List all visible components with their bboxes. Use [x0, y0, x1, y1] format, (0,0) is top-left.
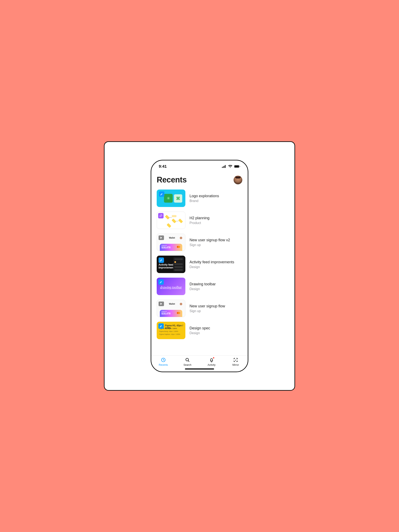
thumbnail-caption: drawing toolbar	[157, 285, 185, 289]
list-item-title: Activity feed improvements	[190, 260, 234, 264]
list-item-text: H2 planning Product	[190, 216, 209, 225]
list-item-subtitle: Brand	[190, 199, 219, 203]
list-item-text: Activity feed improvements Design	[190, 260, 234, 269]
list-item-title: Design spec	[190, 326, 210, 330]
list-item-subtitle: Design	[190, 287, 216, 291]
tab-label: Mirror	[232, 363, 239, 366]
svg-rect-2	[224, 166, 225, 168]
list-item-text: Logo explorations Brand	[190, 194, 219, 203]
cellular-icon	[222, 165, 227, 168]
list-item[interactable]: Activity feedimprovements Activity feed …	[157, 253, 242, 275]
thumbnail: Wallet Balance $18,478	[157, 300, 185, 317]
svg-rect-3	[225, 165, 226, 168]
figma-design-icon	[159, 191, 164, 197]
prototype-play-icon	[158, 235, 164, 240]
wallet-avatar-dot	[180, 237, 182, 239]
wallet-label: Wallet	[169, 303, 175, 305]
list-item-title: H2 planning	[190, 216, 209, 220]
status-bar: 9:41	[151, 160, 248, 171]
prototype-play-icon	[158, 302, 164, 306]
svg-rect-0	[222, 167, 222, 168]
spec-line: Figma Caption, 12px / 130%	[159, 333, 180, 335]
list-item-subtitle: Sign up	[190, 243, 230, 247]
thumbnail: ✳ ⌘	[157, 190, 185, 207]
list-item-text: Design spec Design	[190, 326, 210, 335]
search-icon	[185, 357, 190, 363]
figma-design-icon	[158, 258, 164, 263]
spec-line: Figma Body, 16px / 130%	[159, 330, 178, 332]
mirror-icon	[233, 357, 238, 363]
home-indicator[interactable]	[185, 368, 214, 369]
tab-mirror[interactable]: Mirror	[227, 357, 244, 366]
page-header: Recents	[151, 171, 248, 187]
thumbnail: Figma H1, 42px / 130% Figma H2, 21px / 1…	[157, 322, 185, 339]
list-item-title: New user signup flow	[190, 304, 225, 308]
promo-frame: 9:41 Recents ✳ ⌘	[104, 141, 295, 391]
list-item-subtitle: Design	[190, 331, 210, 335]
wifi-icon	[228, 165, 232, 168]
tab-bar: Recents Search Activity Mirror	[151, 355, 248, 367]
logo-f-icon: ⌘	[174, 194, 182, 203]
wallet-label: Wallet	[169, 237, 175, 239]
list-item[interactable]: Figma H1, 42px / 130% Figma H2, 21px / 1…	[157, 319, 242, 342]
asterisk-icon: ✳	[164, 194, 173, 203]
thumbnail: Wallet Balance $18,478	[157, 234, 185, 251]
tab-label: Recents	[159, 363, 168, 366]
svg-rect-5	[234, 165, 239, 167]
notification-badge	[213, 357, 215, 359]
list-item-text: Drawing toolbar Design	[190, 282, 216, 291]
page-title: Recents	[157, 175, 187, 184]
wallet-avatar-dot	[180, 303, 182, 305]
list-item[interactable]: drawing toolbar Drawing toolbar Design	[157, 275, 242, 297]
list-item[interactable]: H2 planning Product	[157, 209, 242, 231]
list-item-subtitle: Product	[190, 221, 209, 225]
svg-rect-6	[240, 166, 240, 167]
list-item-subtitle: Design	[190, 265, 234, 269]
bell-icon	[209, 357, 214, 363]
list-item-subtitle: Sign up	[190, 309, 225, 313]
list-item[interactable]: ✳ ⌘ Logo explorations Brand	[157, 187, 242, 209]
thumbnail: Activity feedimprovements	[157, 256, 185, 273]
svg-point-7	[162, 193, 162, 194]
phone-frame: 9:41 Recents ✳ ⌘	[151, 160, 248, 372]
svg-rect-1	[223, 166, 224, 168]
figma-design-icon	[158, 279, 164, 285]
battery-icon	[234, 165, 240, 168]
avatar[interactable]	[234, 176, 242, 184]
list-item[interactable]: Wallet Balance $18,478 New user signup f…	[157, 231, 242, 253]
figjam-icon	[158, 213, 164, 218]
list-item-title: Drawing toolbar	[190, 282, 216, 286]
clock-icon	[161, 357, 166, 363]
wallet-card: Balance $18,478	[160, 310, 182, 317]
thumbnail-device-mock	[173, 257, 184, 272]
tab-search[interactable]: Search	[179, 357, 196, 366]
status-time: 9:41	[159, 164, 167, 169]
list-item-text: New user signup flow Sign up	[190, 304, 225, 313]
mastercard-icon	[177, 312, 180, 314]
list-item-title: New user signup flow v2	[190, 238, 230, 242]
recents-list[interactable]: ✳ ⌘ Logo explorations Brand H2 planning …	[151, 187, 248, 355]
status-indicators	[222, 165, 240, 168]
thumbnail	[157, 212, 185, 229]
figma-design-icon	[158, 323, 164, 329]
thumbnail: drawing toolbar	[157, 278, 185, 295]
tab-activity[interactable]: Activity	[203, 357, 220, 366]
tab-recents[interactable]: Recents	[155, 357, 172, 366]
tab-label: Search	[184, 363, 191, 366]
list-item[interactable]: Wallet Balance $18,478 New user signup f…	[157, 297, 242, 319]
wallet-card: Balance $18,478	[160, 244, 182, 251]
svg-point-8	[161, 260, 162, 260]
list-item-title: Logo explorations	[190, 194, 219, 198]
svg-point-9	[161, 281, 162, 282]
mastercard-icon	[177, 246, 180, 248]
svg-point-10	[161, 325, 162, 326]
tab-label: Activity	[208, 363, 215, 366]
list-item-text: New user signup flow v2 Sign up	[190, 238, 230, 247]
